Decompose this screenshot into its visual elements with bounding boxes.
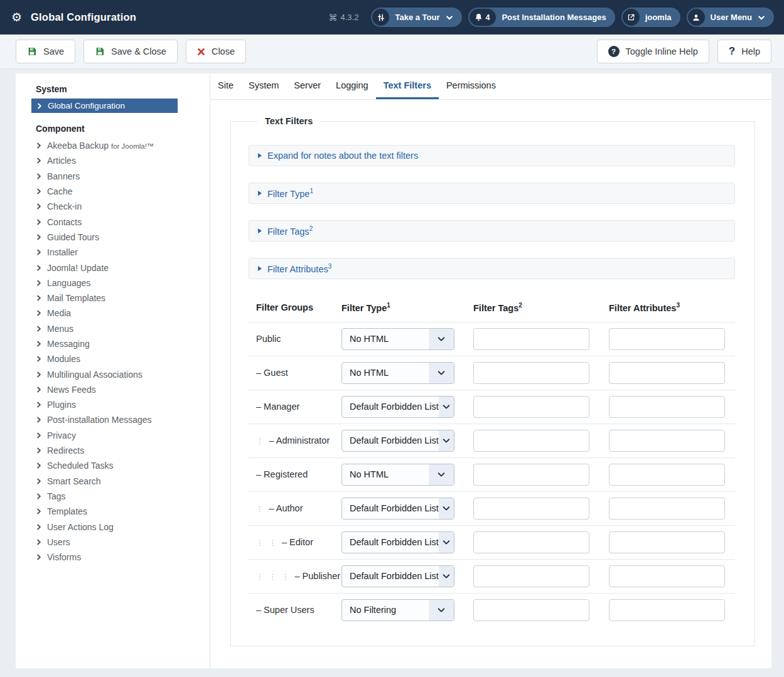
- sidebar-item[interactable]: Cache: [16, 184, 210, 199]
- sidebar-item-label: Templates: [47, 506, 87, 516]
- filter-attributes-input[interactable]: [609, 565, 725, 587]
- collapsible-panel[interactable]: Expand for notes about the text filters: [249, 145, 735, 166]
- help-button[interactable]: ? Help: [717, 40, 771, 63]
- sidebar-item[interactable]: Check-in: [16, 199, 210, 214]
- fieldset-legend: Text Filters: [257, 116, 320, 126]
- filter-type-select[interactable]: Default Forbidden List: [341, 430, 454, 452]
- sidebar-item[interactable]: Guided Tours: [16, 230, 210, 245]
- sidebar-item-global-configuration[interactable]: Global Configuration: [31, 99, 178, 113]
- filter-type-select[interactable]: Default Forbidden List: [341, 498, 454, 520]
- sidebar-item[interactable]: User Actions Log: [16, 519, 210, 534]
- filter-attributes-input[interactable]: [609, 328, 725, 350]
- chevron-right-icon: [36, 219, 42, 225]
- user-icon: [688, 9, 705, 26]
- sidebar-item[interactable]: Scheduled Tasks: [16, 458, 210, 473]
- take-a-tour-button[interactable]: Take a Tour: [371, 8, 461, 27]
- chevron-right-icon: [36, 417, 42, 423]
- sidebar-item[interactable]: Installer: [16, 245, 210, 260]
- sidebar-item-label: Plugins: [47, 400, 76, 410]
- sidebar-item[interactable]: Banners: [16, 169, 210, 184]
- sidebar-item[interactable]: Post-installation Messages: [16, 412, 210, 427]
- sidebar-item[interactable]: Media: [16, 306, 210, 321]
- collapsible-panel[interactable]: Filter Tags2: [249, 220, 735, 242]
- sidebar-item[interactable]: Akeeba Backup for Joomla!™: [16, 138, 210, 153]
- close-icon: [197, 48, 205, 56]
- sidebar-item[interactable]: Smart Search: [16, 474, 210, 489]
- sidebar-item[interactable]: Joomla! Update: [16, 260, 210, 275]
- filter-tags-input[interactable]: [473, 565, 589, 587]
- filter-attributes-input[interactable]: [609, 599, 725, 621]
- filter-type-select[interactable]: No HTML: [341, 362, 454, 384]
- bell-icon: [475, 13, 483, 21]
- sidebar-item[interactable]: Menus: [16, 321, 210, 336]
- user-menu-button[interactable]: User Menu: [687, 8, 774, 27]
- indent-dots-icon: ⋮: [269, 572, 277, 581]
- chevron-right-icon: [36, 142, 42, 149]
- sidebar-item[interactable]: Users: [16, 535, 210, 550]
- sidebar-item[interactable]: Tags: [16, 489, 210, 504]
- filter-type-select[interactable]: Default Forbidden List: [341, 565, 454, 587]
- sidebar-item[interactable]: Messaging: [16, 336, 210, 351]
- sidebar-item[interactable]: Contacts: [16, 214, 210, 229]
- save-button[interactable]: Save: [16, 40, 75, 63]
- save-and-close-button[interactable]: Save & Close: [83, 40, 178, 63]
- sidebar-item[interactable]: Multilingual Associations: [16, 366, 210, 381]
- filter-table-row: Public No HTML: [249, 322, 735, 356]
- filter-attributes-input[interactable]: [609, 464, 725, 486]
- collapsible-panel[interactable]: Filter Attributes3: [249, 258, 735, 279]
- filter-attributes-input[interactable]: [609, 396, 725, 418]
- filter-attributes-input[interactable]: [609, 498, 725, 520]
- filter-type-select[interactable]: No HTML: [341, 464, 454, 486]
- filter-tags-input[interactable]: [473, 328, 589, 350]
- chevron-right-icon: [36, 295, 42, 301]
- sidebar-item[interactable]: Redirects: [16, 443, 210, 458]
- indent-dots-icon: ⋮: [256, 504, 264, 513]
- filter-attributes-input[interactable]: [609, 430, 725, 452]
- filter-type-select[interactable]: Default Forbidden List: [341, 396, 454, 418]
- filter-tags-input[interactable]: [473, 531, 589, 553]
- filter-type-select[interactable]: No HTML: [341, 328, 454, 350]
- chevron-right-icon: [36, 173, 42, 179]
- tab-text-filters[interactable]: Text Filters: [376, 73, 439, 99]
- sidebar-item[interactable]: News Feeds: [16, 382, 210, 397]
- sidebar-item[interactable]: Articles: [16, 153, 210, 168]
- site-preview-button[interactable]: joomla: [621, 8, 680, 27]
- filter-table-header: Filter Groups Filter Type1 Filter Tags2 …: [249, 298, 735, 322]
- filter-attributes-input[interactable]: [609, 362, 725, 384]
- sidebar-item[interactable]: Languages: [16, 275, 210, 291]
- sidebar-item[interactable]: Modules: [16, 351, 210, 366]
- sidebar-item-label: Users: [47, 537, 70, 547]
- sidebar-item[interactable]: Mail Templates: [16, 291, 210, 306]
- sidebar-item[interactable]: Plugins: [16, 397, 210, 412]
- filter-tags-input[interactable]: [473, 599, 589, 621]
- app-header: ⚙ Global Configuration ⌘ 4.3.2 Take a To…: [0, 0, 784, 35]
- filter-tags-input[interactable]: [473, 464, 589, 486]
- sidebar-item-label: Privacy: [47, 430, 76, 440]
- sidebar-item[interactable]: Privacy: [16, 428, 210, 443]
- tab-logging[interactable]: Logging: [328, 73, 376, 99]
- filter-tags-input[interactable]: [473, 362, 589, 384]
- tab-site[interactable]: Site: [210, 73, 241, 99]
- collapsible-panel[interactable]: Filter Type1: [249, 183, 735, 204]
- sidebar-item-label: User Actions Log: [47, 522, 114, 532]
- tab-system[interactable]: System: [241, 73, 286, 99]
- expand-arrow-icon: [258, 228, 262, 233]
- filter-type-select[interactable]: Default Forbidden List: [341, 531, 454, 553]
- indent-dots-icon: ⋮: [256, 572, 264, 581]
- save-icon: [27, 46, 37, 56]
- sidebar-item-label: Tags: [47, 491, 66, 501]
- chevron-right-icon: [36, 157, 42, 164]
- filter-tags-input[interactable]: [473, 396, 589, 418]
- filter-group-label: ⋮– Author: [249, 503, 341, 513]
- filter-tags-input[interactable]: [473, 498, 589, 520]
- filter-type-select[interactable]: No Filtering: [341, 599, 454, 621]
- tab-server[interactable]: Server: [286, 73, 328, 99]
- post-installation-messages-button[interactable]: 4 Post Installation Messages: [468, 8, 615, 27]
- sidebar-item[interactable]: Visforms: [16, 550, 210, 565]
- close-button[interactable]: Close: [186, 40, 246, 63]
- tab-permissions[interactable]: Permissions: [439, 73, 503, 99]
- toggle-inline-help-button[interactable]: ? Toggle Inline Help: [597, 40, 709, 63]
- filter-tags-input[interactable]: [473, 430, 589, 452]
- sidebar-item[interactable]: Templates: [16, 504, 210, 519]
- filter-attributes-input[interactable]: [609, 531, 725, 553]
